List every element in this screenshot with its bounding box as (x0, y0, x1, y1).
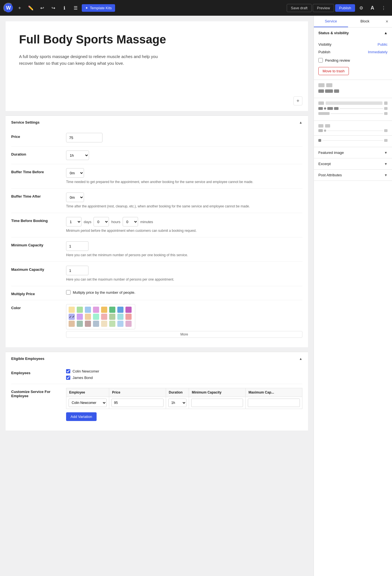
duration-label: Duration (11, 151, 62, 156)
color-swatch-10[interactable] (85, 314, 91, 320)
max-capacity-input[interactable] (66, 266, 88, 275)
color-swatch-12[interactable] (101, 314, 107, 320)
details-button[interactable]: ℹ (59, 3, 69, 13)
row-price-input[interactable] (111, 399, 164, 407)
color-swatch-18[interactable] (85, 321, 91, 327)
color-swatch-16[interactable] (69, 321, 75, 327)
employee1-checkbox-label[interactable]: Colin Newcomer (66, 369, 302, 373)
row-employee-select[interactable]: Colin Newcomer James Bond (69, 399, 107, 407)
thumb-5b (384, 112, 388, 115)
color-swatch-3[interactable] (93, 307, 99, 313)
color-swatch-23[interactable] (125, 321, 132, 327)
service-settings-header[interactable]: Service Settings ▲ (6, 116, 308, 129)
thumb-1b (326, 83, 332, 87)
thumb-divider (340, 108, 383, 109)
excerpt-panel-item[interactable]: Excerpt ▼ (314, 158, 392, 170)
color-swatch-15[interactable] (125, 314, 132, 320)
undo-button[interactable]: ↩ (37, 3, 47, 13)
post-description[interactable]: A full body sports massage designed to r… (19, 53, 170, 67)
color-swatch-7[interactable] (125, 307, 132, 313)
add-block-button[interactable]: + (293, 96, 302, 105)
color-swatch-8[interactable]: ✓ (69, 314, 75, 320)
color-swatch-9[interactable] (77, 314, 83, 320)
preview-button[interactable]: Preview (313, 4, 334, 12)
color-swatch-14[interactable] (117, 314, 123, 320)
wp-logo-button[interactable]: W (3, 3, 13, 13)
eligible-employees-header[interactable]: Eligible Employees ▲ (6, 352, 308, 365)
time-before-minutes-select[interactable]: 0153045 (123, 217, 138, 226)
save-draft-button[interactable]: Save draft (287, 4, 312, 12)
color-swatch-17[interactable] (77, 321, 83, 327)
time-before-days-select[interactable]: 123 (66, 217, 81, 226)
main-layout: Full Body Sports Massage A full body spo… (0, 16, 392, 576)
publish-value[interactable]: Immediately (368, 50, 388, 54)
visibility-value[interactable]: Public (378, 42, 388, 47)
featured-image-panel-item[interactable]: Featured image ▼ (314, 147, 392, 158)
buffer-after-field-row: Buffer Time After 0m5m10m15m30m Time aft… (11, 189, 302, 213)
status-visibility-body: Visibility Public Publish Immediately Pe… (314, 38, 392, 80)
more-colors-button[interactable]: More (66, 331, 302, 338)
color-swatch-19[interactable] (93, 321, 99, 327)
min-capacity-wrapper: Here you can set the minimum number of p… (66, 241, 302, 258)
multiply-price-checkbox[interactable] (66, 290, 71, 295)
add-block-toolbar-button[interactable]: ＋ (15, 3, 25, 13)
row-duration-select[interactable]: 1h0m30m2h (168, 399, 186, 407)
row-min-capacity-input[interactable] (191, 399, 243, 407)
employee2-checkbox-label[interactable]: James Bond (66, 376, 302, 380)
thumb-row-3 (318, 101, 388, 105)
post-title[interactable]: Full Body Sports Massage (19, 33, 295, 47)
th-employee: Employee (66, 388, 109, 397)
color-swatch-0[interactable] (69, 307, 75, 313)
list-view-button[interactable]: ☰ (71, 3, 81, 13)
td-price (109, 397, 166, 409)
color-swatch-4[interactable] (101, 307, 107, 313)
template-kits-button[interactable]: ✦ Template Kits (82, 4, 115, 12)
color-swatch-2[interactable] (85, 307, 91, 313)
color-swatch-6[interactable] (117, 307, 123, 313)
color-swatch-5[interactable] (109, 307, 115, 313)
buffer-after-select[interactable]: 0m5m10m15m30m (66, 193, 84, 202)
thumbnail-strip-4 (314, 136, 392, 147)
time-before-hours-select[interactable]: 012 (94, 217, 109, 226)
min-capacity-input[interactable] (66, 241, 88, 251)
color-swatch-1[interactable] (77, 307, 83, 313)
thumb-2b (325, 89, 333, 93)
color-swatch-20[interactable] (101, 321, 107, 327)
tools-button[interactable]: ✏️ (26, 3, 36, 13)
more-options-button[interactable]: ⋮ (379, 3, 389, 13)
color-swatch-22[interactable] (117, 321, 123, 327)
duration-select[interactable]: 1h 0m 15m 30m 45m 1h 30m 2h (66, 151, 89, 160)
buffer-before-select[interactable]: 0m5m10m15m30m (66, 168, 84, 178)
row-max-capacity-input[interactable] (248, 399, 300, 407)
a-button[interactable]: A (367, 3, 377, 13)
thumb-4a (318, 107, 323, 110)
thumb-6a (318, 124, 323, 128)
color-swatch-11[interactable] (93, 314, 99, 320)
sidebar-tab-block[interactable]: Block (348, 16, 382, 27)
settings-button[interactable]: ⚙ (356, 3, 366, 13)
sidebar-close-button[interactable]: × (382, 17, 392, 27)
redo-button[interactable]: ↪ (48, 3, 58, 13)
thumb-row-5 (318, 112, 388, 115)
sidebar-tab-service[interactable]: Service (314, 16, 348, 27)
pending-review-label: Pending review (325, 58, 350, 63)
post-attributes-label: Post Attributes (318, 173, 342, 177)
color-swatch-21[interactable] (109, 321, 115, 327)
main-toolbar: W ＋ ✏️ ↩ ↪ ℹ ☰ ✦ Template Kits Save draf… (0, 0, 392, 16)
price-input[interactable] (66, 133, 102, 142)
publish-button[interactable]: Publish (335, 4, 355, 12)
thumb-8a (318, 139, 321, 142)
status-visibility-header[interactable]: Status & visibility ▲ (314, 27, 392, 38)
visibility-label: Visibility (318, 42, 332, 47)
move-to-trash-button[interactable]: Move to trash (318, 67, 349, 75)
color-swatch-13[interactable] (109, 314, 115, 320)
employee2-checkbox[interactable] (66, 376, 70, 380)
thumb-2a (318, 89, 324, 93)
pending-review-checkbox[interactable] (318, 58, 323, 63)
thumb-4c (327, 107, 333, 110)
post-content-block: Full Body Sports Massage A full body spo… (6, 21, 308, 111)
add-variation-button[interactable]: Add Variation (66, 412, 97, 421)
service-settings-chevron: ▲ (299, 121, 302, 124)
post-attributes-panel-item[interactable]: Post Attributes ▼ (314, 170, 392, 181)
employee1-checkbox[interactable] (66, 369, 70, 373)
